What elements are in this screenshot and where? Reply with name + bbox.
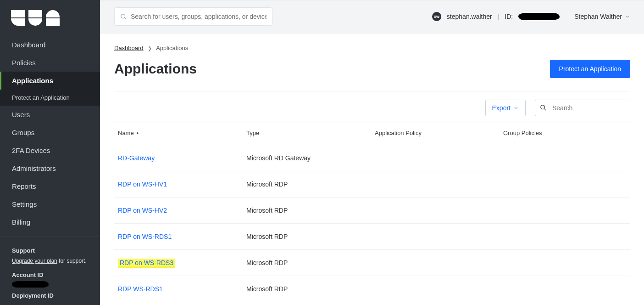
upgrade-plan-link[interactable]: Upgrade your plan <box>12 258 57 264</box>
user-menu[interactable]: Stephan Walther <box>574 13 630 20</box>
sidebar-item-label[interactable]: Users <box>0 106 100 124</box>
application-link[interactable]: RDP on WS-HV2 <box>118 207 167 214</box>
support-msg: Upgrade your plan for support. <box>12 258 88 264</box>
cell-application-policy <box>371 171 500 197</box>
cell-type: Microsoft RDP <box>243 276 371 302</box>
global-search[interactable] <box>114 7 272 26</box>
sidebar: DashboardPoliciesApplicationsProtect an … <box>0 0 100 305</box>
sidebar-item-billing[interactable]: Billing <box>0 213 100 231</box>
account-id-label: Account ID <box>12 271 88 278</box>
table-search-input[interactable] <box>550 100 634 116</box>
sidebar-item-policies[interactable]: Policies <box>0 54 100 72</box>
breadcrumb: Dashboard ❯ Applications <box>114 45 630 51</box>
col-name[interactable]: Name <box>114 123 243 145</box>
sidebar-item-label[interactable]: Settings <box>0 195 100 213</box>
col-type[interactable]: Type <box>243 123 371 145</box>
display-name: Stephan Walther <box>574 13 622 20</box>
sidebar-item-groups[interactable]: Groups <box>0 124 100 141</box>
cell-application-policy <box>371 145 500 171</box>
table-search[interactable] <box>535 100 630 116</box>
cell-name: RD-Gateway <box>114 145 243 171</box>
sidebar-item-reports[interactable]: Reports <box>0 177 100 195</box>
page-header: Applications Protect an Application <box>114 60 630 91</box>
sidebar-item-dashboard[interactable]: Dashboard <box>0 36 100 54</box>
cell-type: Microsoft RDP <box>243 249 371 276</box>
application-link[interactable]: RDP on WS-RDS1 <box>118 233 172 240</box>
svg-rect-1 <box>28 10 42 17</box>
svg-point-5 <box>541 105 545 109</box>
cell-group-policies <box>500 223 630 249</box>
protect-application-button[interactable]: Protect an Application <box>550 60 630 78</box>
nav-list: DashboardPoliciesApplicationsProtect an … <box>0 36 100 231</box>
sidebar-item-label[interactable]: 2FA Devices <box>0 141 100 159</box>
svg-point-3 <box>121 14 125 18</box>
topbar-right: SW stephan.walther | ID: Stephan Walther <box>432 12 630 21</box>
cell-name: RDP on WS-HV2 <box>114 197 243 223</box>
svg-rect-2 <box>46 18 60 26</box>
sidebar-subitem-label[interactable]: Protect an Application <box>0 90 100 106</box>
table-row: RDP on WS-HV2Microsoft RDP <box>114 197 630 223</box>
sidebar-item-label[interactable]: Administrators <box>0 159 100 177</box>
export-label: Export <box>492 104 511 112</box>
sidebar-item-label[interactable]: Dashboard <box>0 36 100 54</box>
application-link[interactable]: RDP WS-RDS1 <box>118 285 163 293</box>
sidebar-item-label[interactable]: Billing <box>0 213 100 231</box>
col-app-policy[interactable]: Application Policy <box>371 123 500 145</box>
cell-group-policies <box>500 145 630 171</box>
sidebar-item-label[interactable]: Groups <box>0 124 100 141</box>
deployment-id-block: Deployment ID <box>0 288 100 299</box>
applications-table: Name Type Application Policy Group Polic… <box>114 123 630 302</box>
sidebar-item-label[interactable]: Policies <box>0 54 100 72</box>
sidebar-item-label[interactable]: Applications <box>0 72 100 90</box>
application-link[interactable]: RDP on WS-HV1 <box>118 181 167 188</box>
cell-group-policies <box>500 197 630 223</box>
search-icon <box>120 13 127 20</box>
cell-type: Microsoft RDP <box>243 171 371 197</box>
account-id-redacted <box>12 281 49 288</box>
cell-name: RDP on WS-RDS1 <box>114 223 243 249</box>
cell-name: RDP on WS-HV1 <box>114 171 243 197</box>
logo <box>0 0 100 36</box>
col-group-policies[interactable]: Group Policies <box>500 123 630 145</box>
application-link[interactable]: RDP on WS-RDS3 <box>118 259 175 268</box>
topbar: SW stephan.walther | ID: Stephan Walther <box>100 0 644 34</box>
duo-logo-icon <box>11 10 60 26</box>
search-icon <box>540 104 547 111</box>
chevron-down-icon <box>513 105 519 111</box>
global-search-input[interactable] <box>131 13 266 20</box>
topbar-separator: | <box>498 13 500 20</box>
sidebar-item-label[interactable]: Reports <box>0 177 100 195</box>
account-id-block: Account ID <box>0 267 100 288</box>
cell-type: Microsoft RDP <box>243 223 371 249</box>
sidebar-subitem-protect-an-application[interactable]: Protect an Application <box>0 90 100 106</box>
sidebar-item-2fa-devices[interactable]: 2FA Devices <box>0 141 100 159</box>
cell-application-policy <box>371 197 500 223</box>
support-block: Support Upgrade your plan for support. <box>0 237 100 267</box>
table-row: RDP on WS-RDS1Microsoft RDP <box>114 223 630 249</box>
user-login: stephan.walther <box>447 13 492 20</box>
cell-group-policies <box>500 171 630 197</box>
content: Dashboard ❯ Applications Applications Pr… <box>100 34 644 305</box>
page-title: Applications <box>114 61 197 77</box>
chevron-down-icon <box>625 14 630 19</box>
support-title: Support <box>12 247 88 254</box>
breadcrumb-current: Applications <box>156 45 188 51</box>
sidebar-item-settings[interactable]: Settings <box>0 195 100 213</box>
svg-line-4 <box>124 17 126 19</box>
avatar: SW <box>432 12 441 21</box>
export-button[interactable]: Export <box>485 100 526 116</box>
sidebar-item-applications[interactable]: Applications <box>0 72 100 90</box>
cell-application-policy <box>371 249 500 276</box>
cell-application-policy <box>371 223 500 249</box>
sidebar-item-users[interactable]: Users <box>0 106 100 124</box>
cell-name: RDP on WS-RDS3 <box>114 249 243 276</box>
svg-rect-0 <box>11 10 25 17</box>
breadcrumb-root[interactable]: Dashboard <box>114 45 144 51</box>
cell-application-policy <box>371 276 500 302</box>
table-row: RDP WS-RDS1Microsoft RDP <box>114 276 630 302</box>
sidebar-item-administrators[interactable]: Administrators <box>0 159 100 177</box>
application-link[interactable]: RD-Gateway <box>118 154 155 162</box>
id-redacted <box>518 13 560 20</box>
cell-type: Microsoft RDP <box>243 197 371 223</box>
table-toolbar: Export <box>114 91 630 123</box>
